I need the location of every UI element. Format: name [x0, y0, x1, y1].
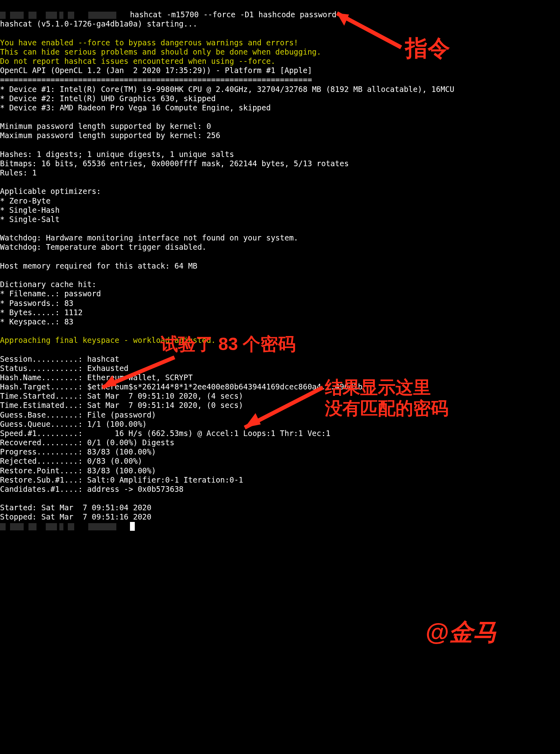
hashes-line: Hashes: 1 digests; 1 unique digests, 1 u…: [0, 150, 234, 159]
warn-force-2: This can hide serious problems and shoul…: [0, 47, 321, 56]
anno-command: 指令: [405, 35, 450, 61]
stat-status: Status...........: Exhausted: [0, 364, 128, 373]
warn-force-3: Do not report hashcat issues encountered…: [0, 57, 275, 65]
applicable-optimizers: Applicable optimizers:: [0, 187, 101, 196]
opencl-header: OpenCL API (OpenCL 1.2 (Jan 2 2020 17:35…: [0, 66, 312, 75]
stat-time-estimated: Time.Estimated...: Sat Mar 7 09:51:14 20…: [0, 401, 243, 410]
device-1: * Device #1: Intel(R) Core(TM) i9-9980HK…: [0, 85, 454, 94]
svg-line-0: [337, 13, 401, 47]
device-3: * Device #3: AMD Radeon Pro Vega 16 Comp…: [0, 103, 271, 112]
min-pw-len: Minimum password length supported by ker…: [0, 122, 211, 130]
arrow-to-command: [325, 7, 405, 55]
prompt-redacted: [0, 10, 116, 19]
watchdog-hw: Watchdog: Hardware monitoring interface …: [0, 233, 298, 242]
rules-line: Rules: 1: [0, 168, 37, 177]
starting-line: hashcat (v5.1.0-1726-ga4db1a0a) starting…: [0, 19, 197, 28]
stat-rejected: Rejected.........: 0/83 (0.00%): [0, 456, 142, 465]
stat-hashname: Hash.Name........: Ethereum Wallet, SCRY…: [0, 373, 193, 382]
dict-bytes: * Bytes.....: 1112: [0, 308, 83, 317]
stat-speed: Speed.#1.........: 16 H/s (662.53ms) @ A…: [0, 429, 331, 438]
approach-final: Approaching final keyspace - workload ad…: [0, 336, 216, 344]
host-memory: Host memory required for this attack: 64…: [0, 261, 197, 270]
stat-progress: Progress.........: 83/83 (100.00%): [0, 447, 156, 456]
command-line: hashcat -m15700 --force -D1 hashcode pas…: [130, 10, 337, 19]
started-footer: Started: Sat Mar 7 09:51:04 2020: [0, 503, 152, 512]
device-2: * Device #2: Intel(R) UHD Graphics 630, …: [0, 94, 216, 103]
separator: ========================================…: [0, 75, 312, 84]
stat-recovered: Recovered........: 0/1 (0.00%) Digests: [0, 438, 174, 447]
stat-guess-queue: Guess.Queue......: 1/1 (100.00%): [0, 420, 147, 428]
anno-signature: @金马: [425, 618, 497, 646]
svg-marker-5: [245, 413, 261, 428]
dict-cache-hit: Dictionary cache hit:: [0, 280, 96, 289]
stat-restore-sub: Restore.Sub.#1...: Salt:0 Amplifier:0-1 …: [0, 475, 243, 484]
stat-candidates: Candidates.#1....: address -> 0x0b573638: [0, 485, 184, 493]
dict-filename: * Filename..: password: [0, 289, 101, 298]
cursor-block: [130, 522, 135, 531]
watchdog-temp: Watchdog: Temperature abort trigger disa…: [0, 243, 207, 251]
warn-force-1: You have enabled --force to bypass dange…: [0, 38, 298, 47]
opt-single-hash: * Single-Hash: [0, 206, 60, 214]
dict-passwords: * Passwords.: 83: [0, 299, 73, 308]
stat-session: Session..........: hashcat: [0, 355, 119, 363]
opt-single-salt: * Single-Salt: [0, 215, 60, 224]
opt-zero-byte: * Zero-Byte: [0, 196, 51, 205]
anno-result-line2: 没有匹配的密码: [325, 398, 448, 419]
stat-restore-point: Restore.Point....: 83/83 (100.00%): [0, 466, 156, 475]
stat-guess-base: Guess.Base.......: File (password): [0, 410, 156, 419]
stat-time-started: Time.Started.....: Sat Mar 7 09:51:10 20…: [0, 391, 243, 400]
svg-line-4: [245, 387, 323, 428]
prompt-redacted-2: [0, 522, 116, 531]
stat-hashtarget: Hash.Target......: $ethereum$s*262144*8*…: [0, 382, 363, 391]
terminal-output: hashcat -m15700 --force -D1 hashcode pas…: [0, 0, 560, 660]
max-pw-len: Maximum password length supported by ker…: [0, 131, 220, 140]
svg-marker-1: [337, 13, 349, 26]
dict-keyspace: * Keyspace..: 83: [0, 317, 73, 326]
stopped-footer: Stopped: Sat Mar 7 09:51:16 2020: [0, 512, 152, 521]
bitmaps-line: Bitmaps: 16 bits, 65536 entries, 0x0000f…: [0, 159, 349, 168]
